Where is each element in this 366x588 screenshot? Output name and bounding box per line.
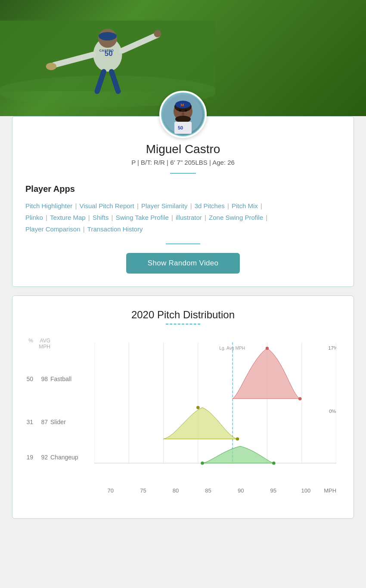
changeup-row: 19 92 Changeup xyxy=(21,454,78,461)
svg-point-17 xyxy=(175,116,191,123)
slider-mph: 87 xyxy=(36,419,48,425)
app-link-3d-pitches[interactable]: 3d Pitches xyxy=(195,202,225,209)
svg-point-19 xyxy=(185,110,187,112)
app-link-illustrator[interactable]: illustrator xyxy=(176,214,202,221)
changeup-label: Changeup xyxy=(50,454,78,461)
profile-card: M 50 Miguel Castro P | B/T: R/R | 6' 7" … xyxy=(12,116,354,287)
svg-text:CASTRO: CASTRO xyxy=(99,49,113,52)
svg-point-41 xyxy=(236,437,239,440)
player-name: Miguel Castro xyxy=(12,142,354,156)
x-tick-80: 80 xyxy=(159,487,192,494)
player-apps-title: Player Apps xyxy=(25,184,341,194)
player-info: P | B/T: R/R | 6' 7" 205LBS | Age: 26 xyxy=(12,159,354,166)
y-header: % AVGMPH xyxy=(21,338,50,350)
avatar-container: M 50 xyxy=(12,91,354,138)
svg-point-38 xyxy=(266,347,269,350)
x-tick-85: 85 xyxy=(192,487,225,494)
app-link-player-comparison[interactable]: Player Comparison xyxy=(25,225,81,233)
x-axis-label: MPH xyxy=(322,487,336,494)
app-link-player-similarity[interactable]: Player Similarity xyxy=(141,202,188,209)
app-link-plinko[interactable]: Plinko xyxy=(25,214,43,221)
slider-label: Slider xyxy=(50,419,66,425)
svg-point-10 xyxy=(46,63,56,70)
svg-point-40 xyxy=(196,406,199,409)
fastball-mph: 98 xyxy=(36,376,48,382)
pitch-chart-svg: Lg. Avg MPH 17% 0% xyxy=(94,338,336,484)
pct-header: % xyxy=(21,338,33,350)
svg-text:50: 50 xyxy=(178,125,183,130)
avatar-image: M 50 xyxy=(164,95,202,134)
changeup-mph: 92 xyxy=(36,454,48,461)
x-tick-70: 70 xyxy=(94,487,127,494)
app-link-visual-pitch-report[interactable]: Visual Pitch Report xyxy=(79,202,134,209)
y-axis-labels: % AVGMPH 50 98 Fastball 31 87 Slider 19 … xyxy=(21,338,94,484)
x-tick-95: 95 xyxy=(257,487,290,494)
x-tick-75: 75 xyxy=(127,487,160,494)
player-apps-section: Player Apps Pitch Highlighter | Visual P… xyxy=(12,184,354,274)
svg-point-18 xyxy=(179,110,181,112)
chart-container: % AVGMPH 50 98 Fastball 31 87 Slider 19 … xyxy=(21,338,345,501)
app-link-transaction-history[interactable]: Transaction History xyxy=(87,225,143,233)
x-axis: 70 75 80 85 90 95 100 MPH xyxy=(94,484,336,501)
fastball-row: 50 98 Fastball xyxy=(21,376,71,382)
svg-point-42 xyxy=(201,462,204,465)
pitch-title-underline xyxy=(166,323,200,325)
pitch-distribution-card: 2020 Pitch Distribution % AVGMPH 50 98 F… xyxy=(12,296,354,519)
app-link-pitch-highlighter[interactable]: Pitch Highlighter xyxy=(25,202,72,209)
svg-point-43 xyxy=(272,462,275,465)
app-link-texture-map[interactable]: Texture Map xyxy=(50,214,86,221)
svg-text:17%: 17% xyxy=(328,345,336,351)
avatar: M 50 xyxy=(162,93,204,135)
fastball-label: Fastball xyxy=(50,376,71,382)
app-link-pitch-mix[interactable]: Pitch Mix xyxy=(232,202,258,209)
app-link-zone-swing[interactable]: Zone Swing Profile xyxy=(209,214,263,221)
avatar-ring: M 50 xyxy=(159,91,207,138)
svg-rect-6 xyxy=(99,34,116,38)
avg-mph-header: AVGMPH xyxy=(38,338,50,350)
svg-text:Lg. Avg MPH: Lg. Avg MPH xyxy=(219,346,245,351)
apps-divider xyxy=(166,243,200,244)
changeup-pct: 19 xyxy=(21,454,33,461)
svg-point-8 xyxy=(154,30,161,37)
show-random-video-button[interactable]: Show Random Video xyxy=(126,253,240,274)
svg-point-20 xyxy=(182,112,184,116)
svg-point-39 xyxy=(298,397,301,400)
slider-row: 31 87 Slider xyxy=(21,419,66,425)
pitch-chart-title: 2020 Pitch Distribution xyxy=(21,309,345,321)
svg-text:0%: 0% xyxy=(329,409,336,414)
slider-pct: 31 xyxy=(21,419,33,425)
x-tick-90: 90 xyxy=(224,487,257,494)
fastball-pct: 50 xyxy=(21,376,33,382)
svg-text:M: M xyxy=(180,103,184,107)
apps-links: Pitch Highlighter | Visual Pitch Report … xyxy=(25,200,341,235)
x-tick-100: 100 xyxy=(290,487,323,494)
app-link-swing-take[interactable]: Swing Take Profile xyxy=(116,214,169,221)
app-link-shifts[interactable]: Shifts xyxy=(93,214,109,221)
info-divider xyxy=(170,173,196,174)
